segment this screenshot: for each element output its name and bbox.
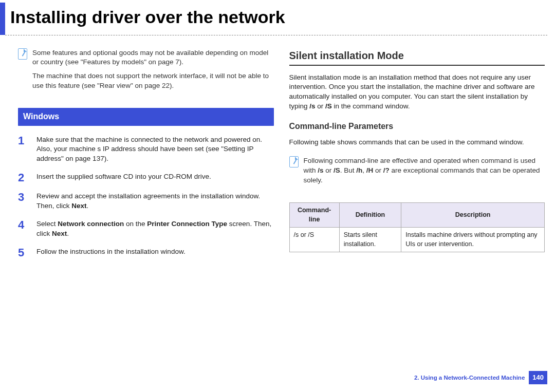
step-text: Insert the supplied software CD into you…	[36, 172, 211, 183]
footer: 2. Using a Network-Connected Machine 140	[414, 371, 547, 384]
text: in the command window.	[332, 102, 410, 110]
step-text: Make sure that the machine is connected …	[36, 135, 274, 164]
note-para-2: The machine that does not support the ne…	[32, 71, 274, 91]
bold-H: /H	[366, 166, 374, 174]
note-block: Some features and optional goods may not…	[18, 48, 274, 96]
footer-page-number: 140	[529, 371, 547, 384]
step-number: 5	[18, 247, 27, 258]
step-item: 4 Select Network connection on the Print…	[18, 219, 274, 239]
text: ,	[362, 166, 366, 174]
note-icon	[18, 48, 27, 60]
note-text: Some features and optional goods may not…	[32, 48, 274, 96]
table-header-row: Command- line Definition Description	[289, 203, 545, 228]
text: Select	[36, 220, 58, 228]
step-item: 5 Follow the instructions in the install…	[18, 247, 274, 258]
bold-s: /s	[309, 102, 315, 110]
title-bar: Installing driver over the network	[0, 3, 555, 35]
step-number: 4	[18, 219, 27, 239]
heading-silent-mode: Silent installation Mode	[289, 48, 545, 66]
bold-next: Next	[71, 202, 86, 210]
text: .	[67, 230, 69, 237]
right-column: Silent installation Mode Silent installa…	[289, 48, 545, 267]
left-column: Some features and optional goods may not…	[18, 48, 274, 267]
step-item: 1 Make sure that the machine is connecte…	[18, 135, 274, 164]
step-item: 2 Insert the supplied software CD into y…	[18, 172, 274, 183]
step-text: Select Network connection on the Printer…	[36, 219, 274, 239]
text: or	[316, 102, 326, 110]
step-text: Follow the instructions in the installat…	[36, 247, 186, 258]
table-row: /s or /S Starts silent installation. Ins…	[289, 228, 545, 252]
title-underline	[5, 35, 547, 35]
text: .	[87, 202, 89, 210]
command-table: Command- line Definition Description /s …	[289, 202, 545, 252]
note-icon	[289, 156, 299, 167]
step-item: 3 Review and accept the installation agr…	[18, 192, 274, 211]
bold-question: /?	[383, 166, 390, 174]
bold-s: /s	[318, 166, 323, 174]
silent-mode-paragraph: Silent installation mode is an installat…	[289, 73, 545, 112]
td-command: /s or /S	[289, 228, 339, 252]
text: . But	[340, 166, 357, 174]
bold-S: /S	[325, 102, 332, 110]
bold-S: /S	[334, 166, 340, 174]
step-text: Review and accept the installation agree…	[36, 192, 274, 211]
note-block: Following command-line are effective and…	[289, 156, 545, 190]
footer-chapter: 2. Using a Network-Connected Machine	[414, 374, 525, 382]
td-definition: Starts silent installation.	[339, 228, 401, 252]
step-number: 1	[18, 135, 27, 164]
steps-list: 1 Make sure that the machine is connecte…	[18, 135, 274, 258]
note-para: Following command-line are effective and…	[304, 156, 545, 185]
th-definition: Definition	[339, 203, 401, 228]
text: or	[373, 166, 383, 174]
td-description: Installs machine drivers without prompti…	[401, 228, 545, 252]
bold-printer-connection-type: Printer Connection Type	[147, 220, 227, 228]
content-columns: Some features and optional goods may not…	[0, 48, 555, 267]
bold-next: Next	[52, 230, 67, 237]
step-number: 3	[18, 192, 27, 211]
page-title: Installing driver over the network	[10, 3, 555, 35]
step-number: 2	[18, 172, 27, 183]
command-line-paragraph: Following table shows commands that can …	[289, 138, 545, 147]
text: Review and accept the installation agree…	[36, 192, 260, 210]
text: on the	[124, 220, 147, 228]
bold-network-connection: Network connection	[58, 220, 124, 228]
th-description: Description	[401, 203, 545, 228]
note-para-1: Some features and optional goods may not…	[32, 48, 274, 68]
text: or	[324, 166, 334, 174]
heading-command-line-params: Command-line Parameters	[289, 121, 545, 132]
note-text: Following command-line are effective and…	[304, 156, 545, 190]
th-command-line: Command- line	[289, 203, 339, 228]
bold-h: /h	[356, 166, 362, 174]
section-heading-windows: Windows	[18, 108, 274, 125]
